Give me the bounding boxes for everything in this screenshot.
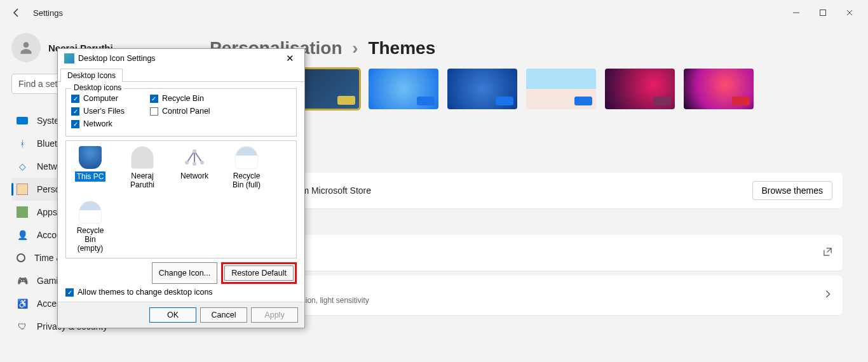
accessibility-icon: ♿ [17, 298, 28, 309]
theme-tile[interactable] [604, 67, 676, 111]
chevron-right-icon: › [352, 38, 358, 58]
dialog-titlebar: Desktop Icon Settings ✕ [58, 49, 304, 68]
icon-preview-box: This PCNeeraj ParuthiNetworkRecycle Bin … [65, 140, 297, 258]
svg-point-6 [185, 161, 189, 164]
cancel-button[interactable]: Cancel [200, 307, 247, 323]
theme-tile[interactable] [525, 67, 597, 111]
window-title: Settings [33, 8, 63, 18]
maximize-button[interactable] [817, 7, 829, 18]
close-button[interactable] [844, 7, 855, 18]
icon-item[interactable]: This PC [71, 146, 109, 189]
icon-item[interactable]: Neeraj Paruthi [123, 146, 161, 189]
gaming-icon: 🎮 [17, 275, 28, 286]
checkbox-icon: ✓ [65, 288, 74, 297]
external-link-icon [823, 247, 832, 259]
apply-button[interactable]: Apply [251, 307, 298, 323]
wifi-icon: ◇ [17, 161, 28, 172]
brush-icon [17, 184, 28, 195]
clock-icon [17, 253, 25, 262]
dialog-footer: OK Cancel Apply [58, 302, 304, 328]
icon-item[interactable]: Recycle Bin (full) [227, 146, 266, 189]
restore-default-button[interactable]: Restore Default [224, 265, 294, 281]
browse-themes-button[interactable]: Browse themes [752, 181, 832, 200]
icon-item[interactable]: Network [175, 146, 214, 189]
breadcrumb-current: Themes [368, 38, 435, 58]
svg-line-3 [187, 151, 194, 163]
apps-icon [17, 206, 28, 218]
bluetooth-icon: ᚼ [17, 138, 28, 149]
system-icon [17, 117, 28, 124]
checkbox-icon: ✓ [71, 120, 79, 128]
desktop-icons-fieldset: Desktop icons ✓Computer ✓User's Files ✓N… [65, 88, 297, 137]
theme-tile[interactable] [446, 67, 519, 111]
chk-computer[interactable]: ✓Computer [71, 94, 125, 103]
desktop-icon-settings-dialog: Desktop Icon Settings ✕ Desktop Icons De… [57, 48, 305, 328]
theme-tile[interactable] [367, 67, 440, 111]
ok-button[interactable]: OK [149, 307, 196, 323]
back-button[interactable] [8, 4, 25, 22]
icon-item[interactable]: Recycle Bin (empty) [71, 201, 109, 253]
chk-allow-themes[interactable]: ✓ Allow themes to change desktop icons [65, 288, 297, 297]
checkbox-icon: ✓ [150, 95, 158, 103]
window-controls [790, 7, 860, 18]
minimize-button[interactable] [790, 7, 802, 18]
dialog-icon [64, 53, 74, 64]
fieldset-legend: Desktop icons [71, 83, 124, 92]
checkbox-icon [150, 107, 158, 116]
change-icon-button[interactable]: Change Icon... [152, 262, 217, 284]
highlight-box: Restore Default [221, 262, 297, 284]
dialog-tabs: Desktop Icons [58, 68, 304, 82]
svg-point-2 [24, 42, 29, 48]
titlebar: Settings [0, 0, 868, 25]
chk-users-files[interactable]: ✓User's Files [71, 107, 125, 116]
privacy-icon: 🛡 [17, 321, 28, 332]
theme-tile[interactable] [682, 67, 755, 111]
svg-point-7 [200, 161, 204, 164]
dialog-title: Desktop Icon Settings [78, 54, 156, 63]
svg-point-8 [193, 162, 196, 166]
chk-recycle-bin[interactable]: ✓Recycle Bin [150, 94, 210, 103]
accounts-icon: 👤 [17, 229, 28, 241]
checkbox-icon: ✓ [71, 107, 79, 116]
checkbox-icon: ✓ [71, 95, 79, 103]
chevron-right-icon [824, 290, 832, 301]
svg-point-9 [193, 149, 196, 153]
chk-control-panel[interactable]: Control Panel [150, 107, 210, 116]
svg-rect-1 [820, 10, 826, 16]
dialog-close-button[interactable]: ✕ [282, 51, 298, 65]
tab-desktop-icons[interactable]: Desktop Icons [60, 69, 123, 82]
avatar [11, 33, 41, 62]
chk-network[interactable]: ✓Network [71, 119, 125, 128]
svg-line-4 [194, 151, 202, 163]
